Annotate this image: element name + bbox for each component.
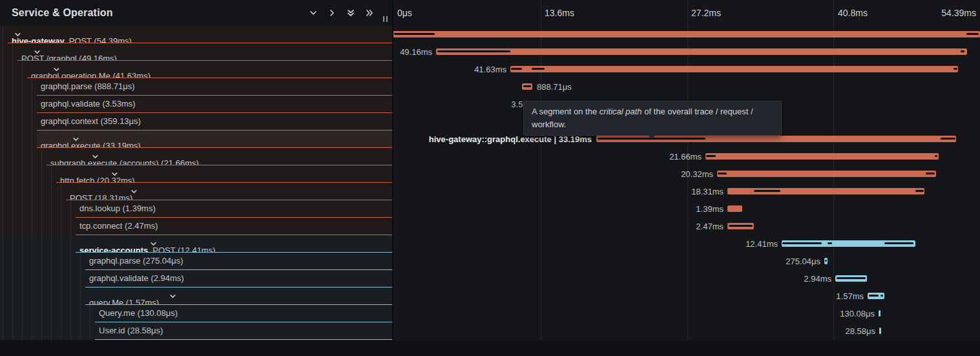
duration-label: 275.04μs: [786, 253, 820, 270]
span-bar[interactable]: [727, 188, 924, 194]
critical-path-segment[interactable]: [954, 68, 957, 70]
span-row-tcp-connect[interactable]: tcp.connect (2.47ms): [0, 218, 392, 235]
critical-path-segment[interactable]: [437, 50, 510, 52]
span-bar-row[interactable]: 18.31ms: [392, 183, 980, 200]
span-row-post[interactable]: POST (18.31ms): [0, 183, 392, 200]
span-bar-row[interactable]: 28.58μs: [392, 322, 980, 340]
span-row-hive-gateway-post[interactable]: hive-gatewayPOST (54.39ms): [0, 26, 392, 43]
span-row-service-accounts-post[interactable]: service-accountsPOST (12.41ms): [0, 235, 392, 253]
timeline-tick-0: 0μs: [397, 0, 412, 26]
span-row-graphql-parse[interactable]: graphql.parse (888.71μs): [0, 78, 392, 96]
operation-name: graphql.execute (33.19ms): [41, 141, 141, 148]
span-row-sa-graphql-parse[interactable]: graphql.parse (275.04μs): [0, 253, 392, 270]
panel-divider[interactable]: [392, 0, 393, 340]
service-name: service-accounts: [79, 246, 148, 253]
header-toolbar: [309, 8, 374, 17]
critical-path-segment[interactable]: [926, 173, 935, 174]
span-bar-row[interactable]: 888.71μs: [392, 78, 980, 96]
span-bar-row[interactable]: 130.08μs: [392, 305, 980, 322]
span-bar[interactable]: [717, 171, 936, 177]
chevron-down-icon[interactable]: [309, 8, 318, 17]
critical-path-segment[interactable]: [935, 155, 937, 157]
double-chevron-down-icon[interactable]: [346, 8, 355, 17]
span-row-http-fetch[interactable]: http.fetch (20.32ms): [0, 165, 392, 183]
span-bar-row[interactable]: 275.04μs: [392, 253, 980, 270]
critical-path-segment[interactable]: [394, 33, 435, 35]
span-row-subgraph-execute[interactable]: subgraph.execute (accounts) (21.66ms): [0, 148, 392, 165]
critical-path-segment[interactable]: [532, 68, 545, 70]
span-row-dns-lookup[interactable]: dns.lookup (1.39ms): [0, 200, 392, 218]
critical-path-segment[interactable]: [869, 295, 879, 297]
operation-name: POST (54.39ms): [69, 36, 132, 43]
span-row-graphql-operation-me[interactable]: graphql.operation Me (41.63ms): [0, 61, 392, 78]
span-bar-row[interactable]: [392, 26, 980, 43]
critical-path-segment[interactable]: [523, 85, 531, 87]
span-row-user-id[interactable]: User.id (28.58μs): [0, 322, 392, 340]
span-bar[interactable]: [879, 328, 881, 334]
span-bar[interactable]: [835, 275, 867, 282]
timeline-tick-4: 54.39ms: [941, 0, 976, 26]
operation-name: graphql.parse (888.71μs): [41, 81, 135, 91]
critical-path-segment[interactable]: [754, 190, 780, 192]
span-bar-row[interactable]: 12.41ms: [392, 235, 980, 253]
span-row-sa-graphql-validate[interactable]: graphql.validate (2.94ms): [0, 270, 392, 288]
span-bar[interactable]: [436, 48, 967, 55]
span-bar-row[interactable]: 20.32ms: [392, 165, 980, 183]
span-bar-row[interactable]: 49.16ms: [392, 43, 980, 61]
span-bar-row[interactable]: 2.47ms: [392, 218, 980, 235]
duration-label: 12.41ms: [745, 235, 778, 253]
critical-path-segment[interactable]: [825, 260, 827, 262]
operation-name: graphql.context (359.13μs): [41, 116, 141, 126]
span-bar[interactable]: [393, 31, 980, 37]
span-bar[interactable]: [705, 153, 939, 160]
duration-label: 41.63ms: [474, 61, 506, 78]
chevron-right-icon[interactable]: [328, 8, 337, 17]
operation-name: subgraph.execute (accounts) (21.66ms): [50, 158, 199, 165]
duration-label: 888.71μs: [537, 78, 572, 96]
span-row-post-graphql[interactable]: POST /graphql (49.16ms): [0, 43, 392, 61]
span-bar-row[interactable]: 1.39ms: [392, 200, 980, 218]
critical-path-segment[interactable]: [729, 225, 753, 227]
double-chevron-right-icon[interactable]: [365, 8, 374, 17]
span-bar-row[interactable]: 1.57ms: [392, 288, 980, 305]
operation-name: POST (18.31ms): [70, 193, 132, 200]
span-bar[interactable]: [727, 223, 754, 229]
critical-path-segment[interactable]: [966, 33, 979, 35]
panel-resize-grip[interactable]: [383, 16, 388, 22]
chevron-down-icon[interactable]: [130, 188, 392, 195]
span-bar[interactable]: [868, 293, 884, 299]
critical-path-segment[interactable]: [884, 242, 913, 244]
critical-path-segment[interactable]: [782, 242, 822, 244]
span-bar-row[interactable]: 2.94ms: [392, 270, 980, 288]
span-row-graphql-validate[interactable]: graphql.validate (3.53ms): [0, 96, 392, 113]
span-row-graphql-execute[interactable]: graphql.execute (33.19ms): [0, 131, 392, 148]
chevron-down-icon[interactable]: [169, 293, 392, 300]
span-bar-row[interactable]: 41.63ms: [392, 61, 980, 78]
critical-path-segment[interactable]: [961, 50, 964, 52]
span-bar[interactable]: [824, 258, 828, 264]
operation-name: graphql.validate (2.94ms): [89, 273, 184, 283]
timeline-panel: 0μs 13.6ms 27.2ms 40.8ms 54.39ms 49.16ms…: [392, 0, 980, 340]
span-bar[interactable]: [522, 83, 532, 90]
timeline-tick-1: 13.6ms: [545, 0, 574, 26]
critical-path-segment[interactable]: [837, 277, 866, 279]
chevron-down-icon[interactable]: [111, 171, 392, 178]
operation-name: dns.lookup (1.39ms): [79, 204, 156, 213]
span-bar[interactable]: [727, 205, 742, 212]
critical-path-segment[interactable]: [915, 190, 924, 192]
span-row-graphql-context[interactable]: graphql.context (359.13μs): [0, 113, 392, 131]
span-bar-row[interactable]: 21.66ms: [392, 148, 980, 165]
critical-path-segment[interactable]: [706, 155, 716, 157]
duration-label: 1.39ms: [696, 200, 724, 218]
critical-path-segment[interactable]: [941, 138, 955, 140]
critical-path-segment[interactable]: [881, 295, 883, 297]
span-row-query-me-resolver[interactable]: Query.me (130.08μs): [0, 305, 392, 322]
critical-path-segment[interactable]: [511, 68, 522, 70]
span-bar[interactable]: [782, 240, 915, 247]
service-operation-title: Service & Operation: [12, 0, 113, 26]
critical-path-segment[interactable]: [718, 173, 727, 174]
span-bar[interactable]: [879, 310, 881, 317]
critical-path-segment[interactable]: [828, 242, 832, 244]
span-row-query-me[interactable]: query.Me (1.57ms): [0, 288, 392, 305]
span-bar[interactable]: [510, 66, 958, 72]
